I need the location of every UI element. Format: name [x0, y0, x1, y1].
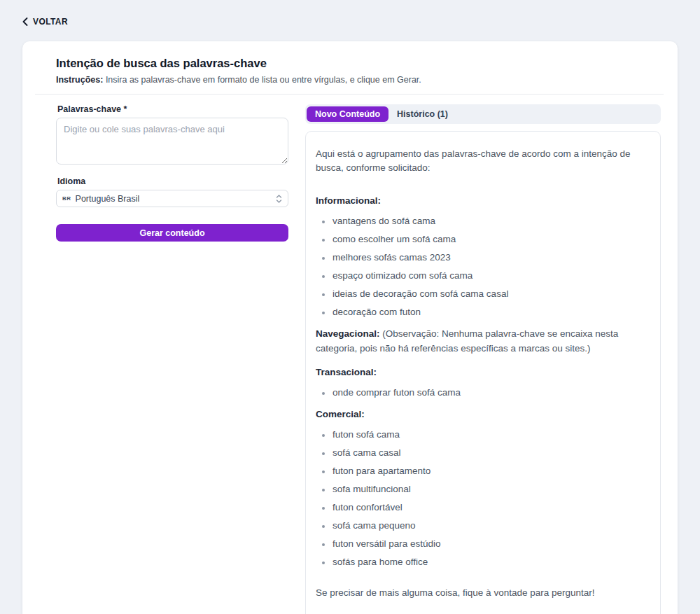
- back-label: VOLTAR: [33, 17, 68, 27]
- keywords-input[interactable]: [56, 118, 288, 165]
- main-card: Intenção de busca das palavras-chave Ins…: [22, 41, 678, 614]
- section-heading: Transacional:: [316, 365, 650, 379]
- keyword-item: sofá cama casal: [316, 447, 650, 458]
- content-intro: Aqui está o agrupamento das palavras-cha…: [316, 147, 650, 174]
- keyword-list: onde comprar futon sofá cama: [316, 387, 650, 398]
- generate-button[interactable]: Gerar conteúdo: [56, 224, 288, 242]
- keyword-item: ideias de decoração com sofá cama casal: [316, 288, 650, 299]
- language-selected-value: Português Brasil: [76, 194, 140, 204]
- section-heading: Comercial:: [316, 407, 650, 421]
- keyword-item: futon sofá cama: [316, 429, 650, 440]
- page-title: Intenção de busca das palavras-chave: [56, 57, 664, 70]
- language-select[interactable]: BR Português Brasil: [56, 190, 288, 207]
- page: VOLTAR Intenção de busca das palavras-ch…: [0, 0, 700, 614]
- language-group: Idioma BR Português Brasil: [56, 176, 288, 207]
- keyword-list: vantagens do sofá camacomo escolher um s…: [316, 216, 650, 317]
- tab-0[interactable]: Novo Conteúdo: [307, 106, 388, 122]
- keyword-item: sofa multifuncional: [316, 484, 650, 494]
- keyword-item: sofás para home office: [316, 557, 650, 567]
- generated-content-card: Aqui está o agrupamento das palavras-cha…: [305, 131, 661, 614]
- section-heading: Informacional:: [316, 194, 650, 208]
- chevron-left-icon: [22, 18, 28, 26]
- keyword-list: futon sofá camasofá cama casalfuton para…: [316, 429, 650, 567]
- tab-1[interactable]: Histórico (1): [388, 106, 456, 122]
- select-stepper-icon: [276, 194, 282, 204]
- instructions: Instruções: Insira as palavras-chave em …: [56, 75, 664, 85]
- keyword-item: futon para apartamento: [316, 466, 650, 476]
- keyword-item: futon confortável: [316, 502, 650, 512]
- section-heading: Navegacional: (Observação: Nenhuma palav…: [316, 327, 650, 356]
- keyword-item: decoração com futon: [316, 307, 650, 317]
- content-outro: Se precisar de mais alguma coisa, fique …: [316, 586, 650, 600]
- results-panel: Novo ConteúdoHistórico (1) Aqui está o a…: [305, 104, 661, 614]
- keyword-item: sofá cama pequeno: [316, 520, 650, 531]
- keyword-item: como escolher um sofá cama: [316, 234, 650, 244]
- keywords-label: Palavras-chave *: [57, 104, 288, 114]
- header-divider: [35, 94, 664, 95]
- content-sections: Informacional:vantagens do sofá camacomo…: [316, 184, 650, 575]
- card-body: Palavras-chave * Idioma BR Português Bra…: [35, 104, 664, 614]
- keyword-item: onde comprar futon sofá cama: [316, 387, 650, 398]
- back-button[interactable]: VOLTAR: [22, 15, 68, 28]
- keywords-form: Palavras-chave * Idioma BR Português Bra…: [56, 104, 288, 614]
- keyword-item: espaço otimizado com sofá cama: [316, 270, 650, 281]
- keyword-item: vantagens do sofá cama: [316, 216, 650, 226]
- instructions-text: Insira as palavras-chave em formato de l…: [106, 75, 421, 85]
- language-label: Idioma: [57, 176, 288, 186]
- keyword-item: melhores sofás camas 2023: [316, 252, 650, 263]
- instructions-label: Instruções:: [56, 75, 103, 85]
- brazil-flag-icon: BR: [62, 195, 71, 202]
- tabbar: Novo ConteúdoHistórico (1): [305, 104, 661, 124]
- keyword-item: futon versátil para estúdio: [316, 538, 650, 549]
